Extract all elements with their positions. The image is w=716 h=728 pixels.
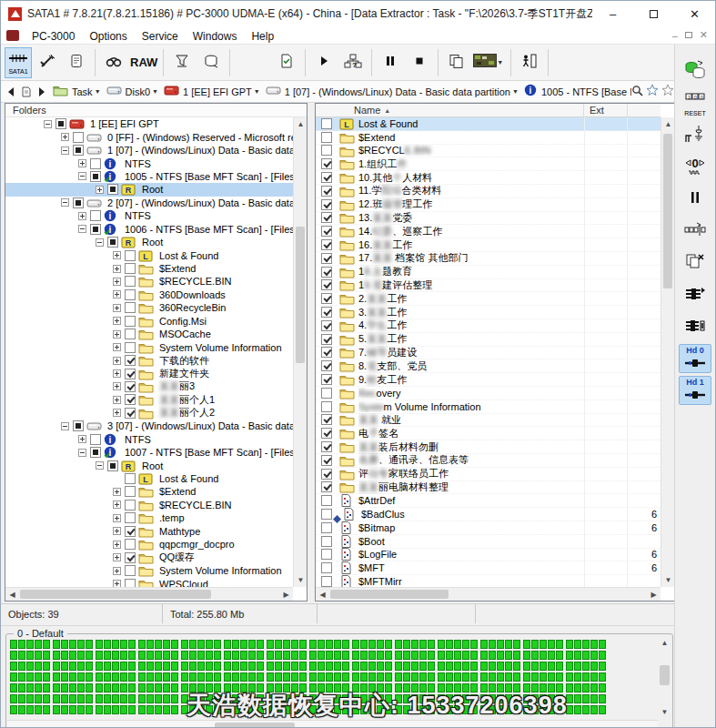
save-data-button[interactable]	[273, 47, 300, 78]
sector-cell[interactable]	[189, 662, 197, 671]
sector-cell[interactable]	[489, 662, 496, 671]
menu-item-pc-3000[interactable]: PC-3000	[25, 28, 82, 45]
sector-cell[interactable]	[96, 705, 103, 714]
sector-cell[interactable]	[438, 640, 445, 649]
sector-cell[interactable]	[43, 640, 50, 649]
tree-checkbox[interactable]	[125, 565, 136, 576]
sector-cell[interactable]	[69, 705, 76, 714]
sector-cell[interactable]	[10, 683, 17, 693]
sector-cell[interactable]	[86, 662, 93, 671]
tree-checkbox[interactable]	[125, 486, 136, 497]
tree-checkbox[interactable]	[125, 526, 136, 537]
sector-cell[interactable]	[438, 651, 445, 660]
sector-cell[interactable]	[163, 651, 170, 660]
sector-cell[interactable]	[26, 694, 34, 703]
tree-checkbox[interactable]	[125, 552, 136, 563]
expand-icon[interactable]	[113, 357, 121, 365]
sector-cell[interactable]	[214, 640, 221, 649]
mdi-close-button[interactable]: ✕	[700, 29, 708, 41]
expand-icon[interactable]	[113, 317, 121, 325]
file-checkbox[interactable]	[321, 334, 332, 345]
sector-cell[interactable]	[232, 651, 239, 660]
file-row[interactable]: $MFT6	[316, 561, 661, 575]
collapse-icon[interactable]	[96, 238, 104, 247]
sector-cell[interactable]	[146, 640, 154, 649]
sector-cell[interactable]	[360, 651, 368, 660]
file-checkbox[interactable]	[321, 509, 332, 520]
file-row[interactable]: $LogFile6	[316, 549, 661, 562]
file-checkbox[interactable]	[321, 307, 332, 318]
sector-cell[interactable]	[18, 683, 25, 693]
file-checkbox[interactable]	[321, 118, 332, 129]
file-row[interactable]: $Boot	[316, 535, 661, 549]
sector-cell[interactable]	[299, 672, 307, 682]
stop-button[interactable]	[406, 47, 433, 78]
expand-icon[interactable]	[113, 382, 121, 390]
sector-cell[interactable]	[43, 651, 50, 660]
favorites-star-icon[interactable]	[661, 84, 674, 100]
sector-cell[interactable]	[112, 694, 119, 703]
start-button[interactable]	[310, 47, 338, 78]
sector-cell[interactable]	[86, 683, 93, 693]
sector-cell[interactable]	[531, 640, 539, 649]
tree-item[interactable]: QQ缓存	[5, 551, 293, 563]
sector-cell[interactable]	[43, 662, 50, 671]
sector-cell[interactable]	[53, 683, 60, 693]
file-checkbox[interactable]	[321, 320, 332, 331]
sector-cell[interactable]	[240, 640, 247, 649]
sector-cell[interactable]	[360, 672, 368, 682]
expand-icon[interactable]	[61, 133, 69, 141]
tree-checkbox[interactable]	[125, 394, 136, 405]
tree-checkbox[interactable]	[125, 316, 136, 327]
file-row[interactable]: 某某 就业	[316, 414, 661, 428]
sector-cell[interactable]	[334, 662, 341, 671]
tree-item[interactable]: 新建文件夹	[5, 367, 293, 379]
tree-checkbox[interactable]	[73, 197, 84, 208]
sector-cell[interactable]	[138, 662, 146, 671]
sector-cell[interactable]	[155, 651, 162, 660]
tree-item[interactable]: $Extend	[5, 262, 293, 275]
file-checkbox[interactable]	[321, 495, 332, 506]
sector-cell[interactable]	[291, 651, 298, 660]
sector-cell[interactable]	[599, 651, 606, 660]
sector-cell[interactable]	[582, 640, 590, 649]
sector-cell[interactable]	[146, 694, 154, 703]
sector-cell[interactable]	[163, 683, 170, 693]
sector-cell[interactable]	[590, 662, 598, 671]
sector-cell[interactable]	[326, 651, 333, 660]
expand-icon[interactable]	[113, 396, 121, 404]
sector-cell[interactable]	[240, 651, 247, 660]
sector-cell[interactable]	[395, 651, 402, 660]
close-button[interactable]: ✕	[674, 1, 715, 26]
list-horizontal-scrollbar[interactable]: ◀ ▶	[316, 587, 661, 601]
sector-cell[interactable]	[120, 662, 127, 671]
sector-cell[interactable]	[309, 651, 317, 660]
file-checkbox[interactable]	[321, 576, 332, 587]
sector-cell[interactable]	[411, 651, 419, 660]
sector-cell[interactable]	[582, 672, 590, 682]
sector-cell[interactable]	[342, 662, 349, 671]
column-header-ext[interactable]: Ext	[584, 104, 628, 116]
sector-cell[interactable]	[214, 651, 221, 660]
sector-cell[interactable]	[548, 672, 555, 682]
scroll-up-icon[interactable]: ▲	[658, 636, 671, 650]
tree-checkbox[interactable]	[125, 473, 136, 484]
expand-icon[interactable]	[78, 159, 86, 167]
sector-cell[interactable]	[446, 672, 453, 682]
expand-icon[interactable]	[113, 265, 121, 273]
sector-cell[interactable]	[128, 683, 136, 693]
sector-cell[interactable]	[385, 640, 392, 649]
sector-cell[interactable]	[291, 672, 298, 682]
tree-horizontal-scrollbar[interactable]: ◀ ▶	[5, 587, 293, 601]
expand-icon[interactable]	[96, 186, 104, 194]
sector-cell[interactable]	[26, 640, 34, 649]
sector-cell[interactable]	[10, 640, 17, 649]
sector-cell[interactable]	[283, 651, 290, 660]
sector-cell[interactable]	[181, 662, 188, 671]
sector-cell[interactable]	[155, 672, 162, 682]
sector-cell[interactable]	[128, 662, 136, 671]
expand-icon[interactable]	[113, 278, 121, 286]
sector-cell[interactable]	[155, 640, 162, 649]
file-checkbox[interactable]	[321, 441, 332, 452]
sector-cell[interactable]	[112, 705, 119, 714]
